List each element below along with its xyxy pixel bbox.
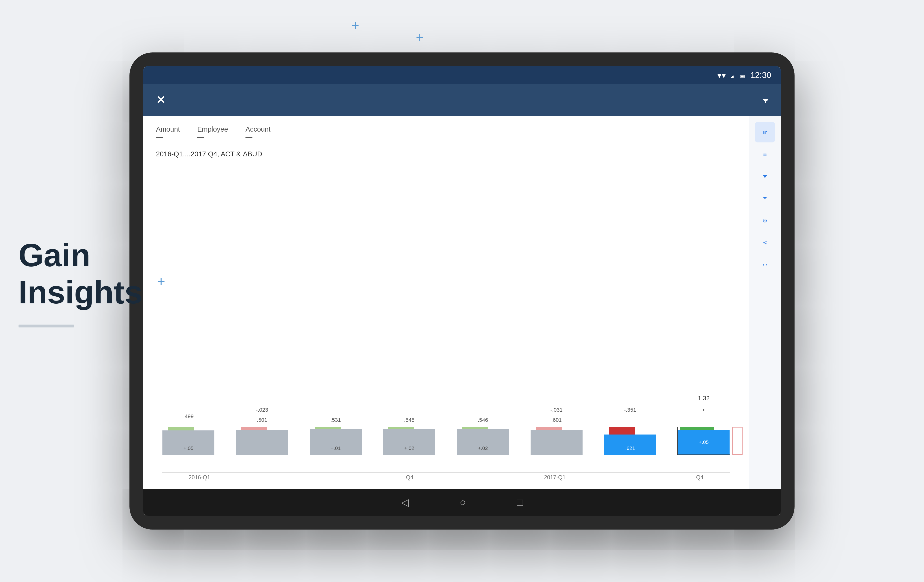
bar-group-1: .499 +.05 bbox=[156, 418, 221, 455]
svg-rect-2 bbox=[733, 76, 734, 78]
x-label-6: 2017-Q1 bbox=[544, 474, 566, 481]
list-sidebar-icon[interactable] bbox=[755, 144, 775, 164]
tablet-device: ▾▾ bbox=[129, 53, 795, 530]
x-label-1: 2016-Q1 bbox=[189, 474, 210, 481]
status-bar: ▾▾ bbox=[143, 66, 781, 84]
battery-icon bbox=[740, 71, 746, 80]
svg-line-18 bbox=[764, 243, 766, 244]
recent-button[interactable]: □ bbox=[517, 496, 523, 508]
employee-label: Employee bbox=[197, 125, 228, 133]
code-sidebar-icon[interactable] bbox=[755, 255, 775, 275]
bar7-body bbox=[604, 435, 656, 455]
bar-group-3: .531 +.01 bbox=[303, 427, 368, 455]
content-area: Amount — Employee — Account — bbox=[143, 116, 781, 489]
svg-rect-1 bbox=[732, 76, 733, 78]
bar1-value: .499 bbox=[183, 413, 193, 420]
filter-amount[interactable]: Amount — bbox=[156, 125, 180, 141]
svg-rect-3 bbox=[734, 75, 735, 78]
main-content: Amount — Employee — Account — bbox=[143, 116, 749, 489]
x-axis-labels: 2016-Q1 Q4 2017-Q1 Q4 bbox=[156, 473, 736, 482]
svg-rect-8 bbox=[763, 153, 767, 153]
bar6: -.031 .601 bbox=[531, 427, 582, 455]
chart-area: .499 +.05 bbox=[156, 164, 736, 472]
bar-group-2: -.023 .501 bbox=[229, 427, 295, 455]
amount-label: Amount bbox=[156, 125, 180, 133]
bar8-delta-dot: • bbox=[703, 407, 705, 413]
close-button[interactable]: ✕ bbox=[156, 93, 166, 107]
bar3-inner: +.01 bbox=[331, 445, 341, 451]
svg-rect-0 bbox=[731, 77, 732, 78]
bar5: .546 +.02 bbox=[457, 427, 509, 455]
account-value: — bbox=[246, 133, 271, 141]
home-button[interactable]: ○ bbox=[460, 496, 466, 508]
x-label-8: Q4 bbox=[696, 474, 704, 481]
bar1-top bbox=[168, 427, 194, 430]
svg-point-14 bbox=[764, 242, 764, 243]
svg-point-7 bbox=[766, 131, 767, 132]
employee-value: — bbox=[197, 133, 228, 141]
bar1-inner: +.05 bbox=[183, 445, 193, 451]
bar7-inner: .621 bbox=[625, 445, 635, 451]
signal-icon bbox=[731, 71, 735, 80]
bar7-top bbox=[609, 427, 635, 435]
svg-rect-5 bbox=[745, 76, 745, 77]
bar3: .531 +.01 bbox=[310, 427, 362, 455]
title-divider bbox=[18, 325, 74, 328]
svg-point-16 bbox=[766, 244, 766, 244]
bar4-inner: +.02 bbox=[404, 445, 414, 451]
left-text-block: Gain Insights bbox=[18, 236, 142, 328]
svg-rect-6 bbox=[741, 76, 744, 77]
bar5-inner: +.02 bbox=[478, 445, 488, 451]
plus-icon-top-right: + bbox=[416, 29, 424, 45]
plus-icon-left: + bbox=[157, 274, 165, 289]
bar6-delta: -.031 bbox=[550, 407, 563, 413]
plus-icon-top-center: + bbox=[351, 18, 359, 33]
bar4-value: .545 bbox=[404, 417, 414, 423]
account-label: Account bbox=[246, 125, 271, 133]
bar6-top bbox=[536, 427, 562, 430]
bar2-delta: -.023 bbox=[256, 407, 268, 413]
bar-group-6: -.031 .601 bbox=[524, 427, 589, 455]
status-time: 12:30 bbox=[751, 71, 771, 80]
page-wrapper: + + + Gain Insights ▾▾ bbox=[0, 0, 924, 582]
filter-sidebar-icon[interactable] bbox=[755, 188, 775, 209]
svg-rect-10 bbox=[763, 155, 767, 156]
bar4: .545 +.02 bbox=[383, 427, 435, 455]
bar8-big-value: 1.32 bbox=[698, 395, 710, 402]
tablet-screen: ▾▾ bbox=[143, 66, 781, 516]
chart-sidebar-icon[interactable] bbox=[755, 122, 775, 142]
bar2-top bbox=[241, 427, 267, 430]
svg-rect-9 bbox=[763, 154, 767, 155]
right-sidebar bbox=[749, 116, 780, 489]
bar4-top bbox=[388, 427, 414, 429]
tooltip-line bbox=[678, 438, 730, 439]
wifi-icon: ▾▾ bbox=[717, 71, 726, 80]
filters-row: Amount — Employee — Account — bbox=[156, 125, 736, 141]
bar2-value: .501 bbox=[257, 417, 267, 423]
trophy-sidebar-icon[interactable] bbox=[755, 166, 775, 186]
bar5-value: .546 bbox=[478, 417, 488, 423]
bar3-value: .531 bbox=[330, 417, 341, 423]
page-title: Gain Insights bbox=[18, 236, 142, 311]
android-nav-bar: ◁ ○ □ bbox=[143, 489, 781, 516]
branch-sidebar-icon[interactable] bbox=[755, 232, 775, 253]
bar2-body bbox=[236, 430, 288, 455]
cancel-sidebar-icon[interactable] bbox=[755, 211, 775, 231]
back-button[interactable]: ◁ bbox=[401, 496, 409, 508]
amount-value: — bbox=[156, 133, 180, 141]
svg-point-15 bbox=[766, 241, 766, 242]
bar6-value: .601 bbox=[551, 417, 562, 423]
filter-button[interactable] bbox=[763, 94, 768, 106]
filter-employee[interactable]: Employee — bbox=[197, 125, 228, 141]
bar3-top bbox=[315, 427, 341, 429]
bar7-delta: -.351 bbox=[624, 407, 636, 413]
bar-group-8: 1.32 • +.05 -0.699 (-1.12%) bbox=[672, 427, 736, 455]
bar2: -.023 .501 bbox=[236, 427, 288, 455]
bar-group-4: .545 +.02 bbox=[377, 427, 442, 455]
chart-title: 2016-Q1....2017 Q4, ACT & ΔBUD bbox=[156, 150, 736, 158]
bar-group-7: -.351 .621 bbox=[598, 427, 663, 455]
bar1: .499 +.05 bbox=[162, 427, 214, 455]
bar5-top bbox=[462, 427, 488, 429]
bar8-delta-label: +.05 bbox=[699, 439, 709, 445]
filter-account[interactable]: Account — bbox=[246, 125, 271, 141]
